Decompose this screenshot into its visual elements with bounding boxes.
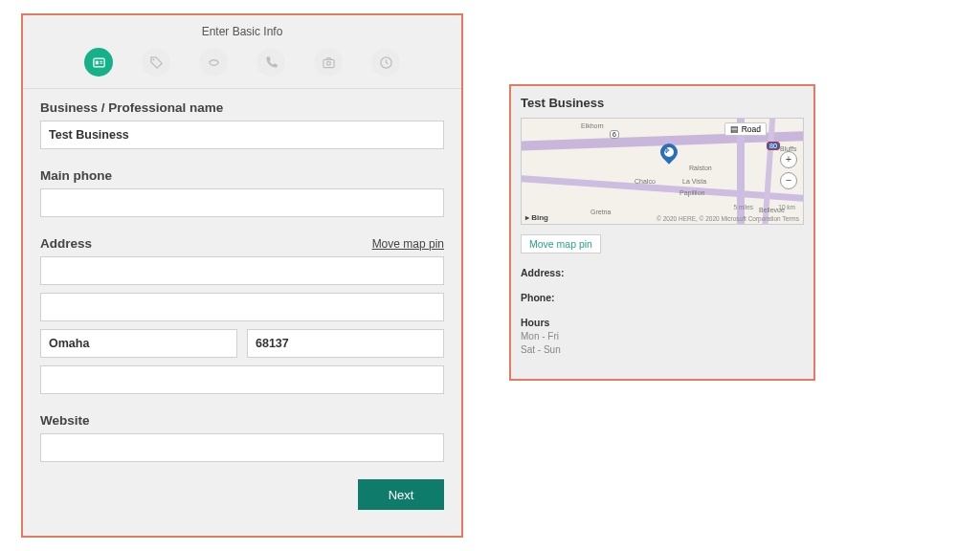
svg-rect-1 [95,60,98,64]
business-name-label: Business / Professional name [40,100,444,115]
address-line2-input[interactable] [40,293,444,321]
map-provider-logo: ▸ Bing [525,213,548,222]
map-credits: © 2020 HERE, © 2020 Microsoft Corporatio… [657,215,799,222]
map-pin-move-icon: ✥ [663,146,670,155]
preview-address-label: Address: [521,267,804,278]
address-label: Address [40,236,92,251]
main-phone-label: Main phone [40,168,444,183]
map-label-lavista: La Vista [682,178,706,185]
step-indicator [40,48,444,77]
address-line3-input[interactable] [40,365,444,394]
map-type-label: Road [742,124,761,134]
form-title: Enter Basic Info [40,25,444,38]
step-info-icon[interactable] [84,48,113,77]
divider [23,88,461,89]
preview-hours-weekday: Mon - Fri [521,331,804,342]
step-photo-icon[interactable] [314,48,343,77]
move-map-pin-link[interactable]: Move map pin [372,237,444,251]
hwy-6-badge: 6 [610,130,619,139]
basic-info-form-panel: Enter Basic Info Business / Professional… [21,13,463,538]
zoom-in-button[interactable]: + [780,151,797,168]
svg-point-6 [326,61,330,65]
map-preview[interactable]: Elkhorn Omal Bluffs Ralston Chalco La Vi… [521,118,804,225]
map-label-chalco: Chalco [635,178,656,185]
zip-input[interactable] [247,329,444,358]
map-label-elkhorn: Elkhorn [581,122,604,129]
business-name-input[interactable] [40,121,444,149]
map-scale-km: 10 km [778,204,795,210]
svg-rect-5 [323,59,333,67]
step-category-icon[interactable] [199,48,228,77]
move-map-pin-button[interactable]: Move map pin [521,234,601,253]
city-input[interactable] [40,329,237,358]
step-phone-icon[interactable] [256,48,285,77]
zoom-out-button[interactable]: − [780,172,797,189]
hwy-80-badge: 80 [767,142,780,150]
step-hours-icon[interactable] [371,48,400,77]
preview-hours-weekend: Sat - Sun [521,344,804,355]
map-road [521,174,804,203]
step-tag-icon[interactable] [142,48,170,77]
next-button[interactable]: Next [358,479,444,510]
map-scale-miles: 5 miles [733,204,753,210]
preview-phone-label: Phone: [521,292,804,303]
svg-rect-0 [93,58,103,67]
business-preview-panel: Test Business Elkhorn Omal Bluffs Ralsto… [509,84,815,381]
preview-hours-label: Hours [521,317,804,328]
map-label-papillion: Papillion [679,189,704,196]
website-label: Website [40,413,444,428]
address-line1-input[interactable] [40,256,444,285]
map-label-gretna: Gretna [590,209,611,215]
svg-point-4 [152,58,154,60]
website-input[interactable] [40,433,444,462]
map-type-selector[interactable]: ▤ Road [724,122,767,136]
main-phone-input[interactable] [40,188,444,217]
layers-icon: ▤ [730,124,739,134]
map-label-ralston: Ralston [689,165,712,171]
preview-title: Test Business [521,96,804,110]
